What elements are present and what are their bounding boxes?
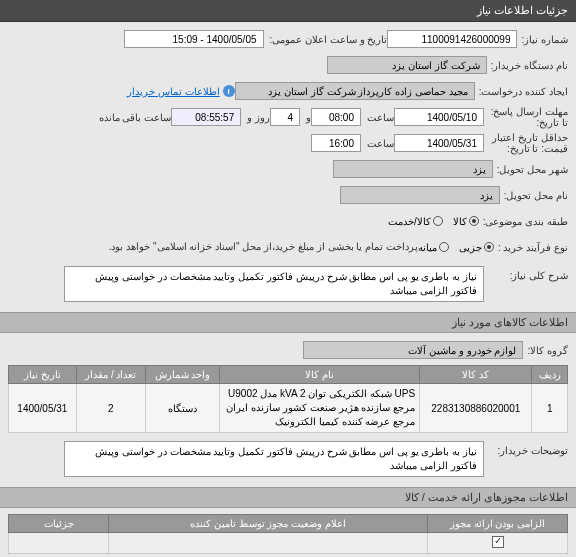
validity-date: 1400/05/31 — [394, 134, 484, 152]
th-mandatory: الزامی بودن ارائه مجوز — [428, 515, 568, 533]
remaining-time: 08:55:57 — [171, 108, 241, 126]
send-days: 4 — [270, 108, 300, 126]
desc-text: نیاز به باطری یو پی اس مطابق شرح درپیش ف… — [64, 266, 484, 302]
process-partial-radio[interactable]: جزیی — [459, 242, 494, 253]
delivery-name: یزد — [340, 186, 500, 204]
cell-checkbox — [428, 533, 568, 554]
validity-label: حداقل تاریخ اعتبار قیمت: تا تاریخ: — [488, 132, 568, 154]
validity-time-label: ساعت — [367, 138, 394, 149]
delivery-name-label: نام محل تحویل: — [504, 190, 568, 201]
form-body: شماره نیاز: 1100091426000099 تاریخ و ساع… — [0, 22, 576, 312]
th-qty: تعداد / مقدار — [76, 366, 145, 384]
cell-unit: دستگاه — [145, 384, 219, 433]
process-type-label: نوع فرآیند خرید : — [498, 242, 568, 253]
delivery-city: یزد — [333, 160, 493, 178]
announce-label: تاریخ و ساعت اعلان عمومی: — [270, 34, 388, 45]
requester-label: ایجاد کننده درخواست: — [479, 86, 568, 97]
goods-section-header: اطلاعات کالاهای مورد نیاز — [0, 312, 576, 333]
remaining-label: ساعت باقی مانده — [99, 112, 172, 123]
need-no-field: 1100091426000099 — [387, 30, 517, 48]
panel-title: جزئیات اطلاعات نیاز — [0, 0, 576, 22]
category-goods-radio[interactable]: کالا — [453, 216, 479, 227]
cell-name: UPS شبکه الکتریکی توان kVA 2 مدل U9002 م… — [220, 384, 420, 433]
goods-body: گروه کالا: لوازم خودرو و ماشین آلات ردیف… — [0, 333, 576, 487]
goods-group-field: لوازم خودرو و ماشین آلات — [303, 341, 523, 359]
cell-date: 1400/05/31 — [9, 384, 77, 433]
table-header-row: ردیف کد کالا نام کالا واحد شمارش تعداد /… — [9, 366, 568, 384]
send-deadline-label: مهلت ارسال پاسخ: تا تاریخ: — [488, 106, 568, 128]
notes-text: نیاز به باطری یو پی اس مطابق شرح درپیش ف… — [64, 441, 484, 477]
process-middle-radio[interactable]: میانه — [418, 242, 449, 253]
delivery-city-label: شهر محل تحویل: — [497, 164, 568, 175]
buyer-label: نام دستگاه خریدار: — [491, 60, 568, 71]
requester-field: مجید حماصی زاده کارپرداز شرکت گاز استان … — [235, 82, 475, 100]
info-icon: i — [223, 85, 235, 97]
send-deadline-date: 1400/05/10 — [394, 108, 484, 126]
send-deadline-time: 08:00 — [311, 108, 361, 126]
cell-idx: 1 — [532, 384, 568, 433]
days-and: و — [306, 112, 311, 123]
checkbox-icon — [492, 536, 504, 548]
payment-note: پرداخت تمام یا بخشی از مبلغ خرید،از محل … — [109, 240, 418, 254]
license-section-header: اطلاعات مجوزهای ارائه خدمت / کالا — [0, 487, 576, 508]
process-radio-group: جزیی میانه — [418, 242, 494, 253]
th-details: جزئیات — [9, 515, 109, 533]
desc-label: شرح کلی نیاز: — [488, 270, 568, 281]
notes-label: توضیحات خریدار: — [488, 445, 568, 456]
table-row: 1 2283130886020001 UPS شبکه الکتریکی توا… — [9, 384, 568, 433]
th-name: نام کالا — [220, 366, 420, 384]
license-row — [9, 533, 568, 554]
cell-details — [9, 533, 109, 554]
radio-icon — [439, 242, 449, 252]
license-table: الزامی بودن ارائه مجوز اعلام وضعیت مجوز … — [8, 514, 568, 554]
th-unit: واحد شمارش — [145, 366, 219, 384]
category-service-radio[interactable]: کالا/خدمت — [388, 216, 443, 227]
validity-time: 16:00 — [311, 134, 361, 152]
days-suffix: روز و — [247, 112, 270, 123]
license-header-row: الزامی بودن ارائه مجوز اعلام وضعیت مجوز … — [9, 515, 568, 533]
category-radio-group: کالا کالا/خدمت — [388, 216, 479, 227]
th-code: کد کالا — [420, 366, 532, 384]
category-label: طبقه بندی موضوعی: — [483, 216, 568, 227]
goods-group-label: گروه کالا: — [527, 345, 568, 356]
radio-icon — [484, 242, 494, 252]
announce-field: 1400/05/05 - 15:09 — [124, 30, 264, 48]
cell-qty: 2 — [76, 384, 145, 433]
radio-icon — [469, 216, 479, 226]
th-idx: ردیف — [532, 366, 568, 384]
buyer-field: شرکت گاز استان یزد — [327, 56, 487, 74]
cell-code: 2283130886020001 — [420, 384, 532, 433]
cell-status — [109, 533, 428, 554]
license-body: الزامی بودن ارائه مجوز اعلام وضعیت مجوز … — [0, 508, 576, 557]
th-date: تاریخ نیاز — [9, 366, 77, 384]
th-status: اعلام وضعیت مجوز توسط تامین کننده — [109, 515, 428, 533]
need-no-label: شماره نیاز: — [521, 34, 568, 45]
time-label-1: ساعت — [367, 112, 394, 123]
contact-link[interactable]: اطلاعات تماس خریدار — [127, 86, 220, 97]
goods-table: ردیف کد کالا نام کالا واحد شمارش تعداد /… — [8, 365, 568, 433]
radio-icon — [433, 216, 443, 226]
